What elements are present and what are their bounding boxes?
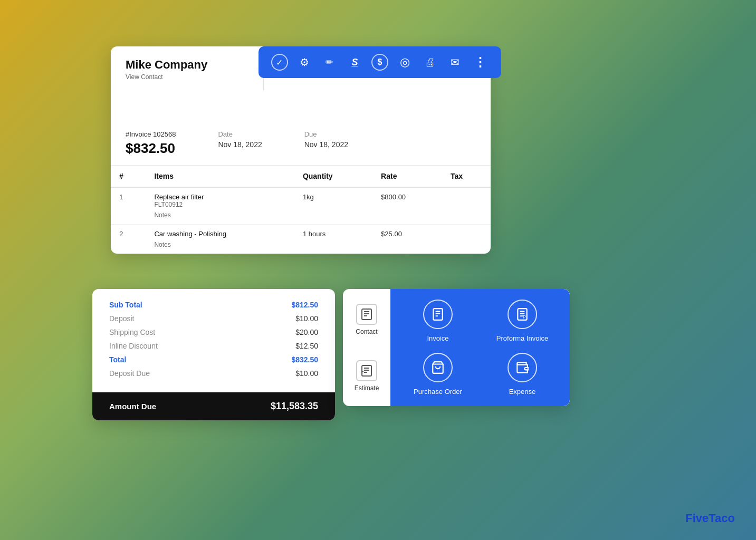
company-name: Mike Company [126, 58, 248, 72]
row2-tax [442, 225, 491, 254]
date-label: Date [218, 130, 262, 138]
print-icon[interactable]: 🖨 [422, 54, 438, 71]
estimate-label: Estimate [355, 384, 379, 392]
row2-item: Car washing - Polishing Notes [146, 225, 294, 254]
branding: FiveTaco [685, 512, 735, 525]
scene: ✓ ⚙ ✏ S $ ◎ 🖨 ✉ ⋮ Mike Company View Cont… [0, 0, 756, 540]
eye-icon[interactable]: ◎ [397, 54, 414, 71]
view-contact-link[interactable]: View Contact [126, 73, 248, 81]
shipping-row: Shipping Cost $20.00 [109, 328, 318, 336]
invoice-number: #Invoice 102568 [126, 130, 176, 138]
row1-num: 1 [111, 187, 146, 225]
purchase-btn-label: Purchase Order [414, 388, 462, 396]
proforma-icon: P [508, 300, 537, 329]
col-items: Items [146, 166, 294, 187]
table-row: 1 Replace air filter FLT00912 Notes 1kg … [111, 187, 491, 225]
brand-text: FiveTaco [685, 512, 735, 525]
contact-icon [356, 304, 377, 325]
invoice-card: ✓ ⚙ ✏ S $ ◎ 🖨 ✉ ⋮ Mike Company View Cont… [111, 46, 491, 254]
check-icon[interactable]: ✓ [271, 54, 288, 71]
contact-action[interactable]: Contact [356, 304, 377, 335]
col-rate: Rate [372, 166, 442, 187]
more-icon[interactable]: ⋮ [472, 54, 489, 71]
row2-rate: $25.00 [372, 225, 442, 254]
expense-btn-label: Expense [509, 388, 536, 396]
summary-body: Sub Total $812.50 Deposit $10.00 Shippin… [92, 289, 335, 392]
settings-icon[interactable]: ⚙ [296, 54, 313, 71]
row2-quantity: 1 hours [294, 225, 372, 254]
toolbar: ✓ ⚙ ✏ S $ ◎ 🖨 ✉ ⋮ [259, 46, 501, 78]
invoice-btn-label: Invoice [427, 334, 448, 342]
amount-due-value: $11,583.35 [271, 401, 318, 412]
date-value: Nov 18, 2022 [218, 140, 262, 149]
invoice-amount: $832.50 [126, 140, 176, 157]
invoice-number-col: #Invoice 102568 $832.50 [126, 130, 176, 157]
summary-card: Sub Total $812.50 Deposit $10.00 Shippin… [92, 289, 335, 420]
expense-icon [508, 353, 537, 382]
action-grid: Invoice P Proforma Invoice [390, 289, 570, 406]
expense-btn[interactable]: Expense [485, 353, 559, 396]
deposit-row: Deposit $10.00 [109, 314, 318, 323]
invoice-due-col: Due Nov 18, 2022 [304, 130, 348, 157]
amount-due-label: Amount Due [109, 402, 156, 411]
purchase-btn[interactable]: Purchase Order [401, 353, 475, 396]
proforma-btn-label: Proforma Invoice [496, 334, 548, 342]
action-panel: Contact Estimate [343, 289, 570, 406]
due-value: Nov 18, 2022 [304, 140, 348, 149]
invoice-meta: #Invoice 102568 $832.50 Date Nov 18, 202… [111, 121, 491, 166]
contact-label: Contact [356, 328, 377, 335]
row1-rate: $800.00 [372, 187, 442, 225]
action-sidebar: Contact Estimate [343, 289, 390, 406]
dollar-icon[interactable]: $ [371, 54, 388, 71]
row2-num: 2 [111, 225, 146, 254]
col-quantity: Quantity [294, 166, 372, 187]
purchase-icon [423, 353, 453, 382]
edit-icon[interactable]: ✏ [321, 54, 338, 71]
subtotal-row: Sub Total $812.50 [109, 301, 318, 309]
invoice-table: # Items Quantity Rate Tax 1 Replace air … [111, 166, 491, 254]
col-tax: Tax [442, 166, 491, 187]
invoice-date-col: Date Nov 18, 2022 [218, 130, 262, 157]
company-info: Mike Company View Contact [111, 46, 264, 90]
invoice-btn[interactable]: Invoice [401, 300, 475, 342]
due-label: Due [304, 130, 348, 138]
col-num: # [111, 166, 146, 187]
table-row: 2 Car washing - Polishing Notes 1 hours … [111, 225, 491, 254]
row1-quantity: 1kg [294, 187, 372, 225]
estimate-icon [356, 360, 377, 381]
strikethrough-icon[interactable]: S [346, 54, 363, 71]
email-icon[interactable]: ✉ [447, 54, 464, 71]
svg-text:P: P [523, 314, 526, 320]
estimate-action[interactable]: Estimate [355, 360, 379, 392]
amount-due-footer: Amount Due $11,583.35 [92, 392, 335, 420]
discount-row: Inline Discount $12.50 [109, 342, 318, 350]
proforma-btn[interactable]: P Proforma Invoice [485, 300, 559, 342]
deposit-due-row: Deposit Due $10.00 [109, 369, 318, 378]
total-row: Total $832.50 [109, 355, 318, 364]
row1-tax [442, 187, 491, 225]
invoice-icon [423, 300, 453, 329]
row1-item: Replace air filter FLT00912 Notes [146, 187, 294, 225]
